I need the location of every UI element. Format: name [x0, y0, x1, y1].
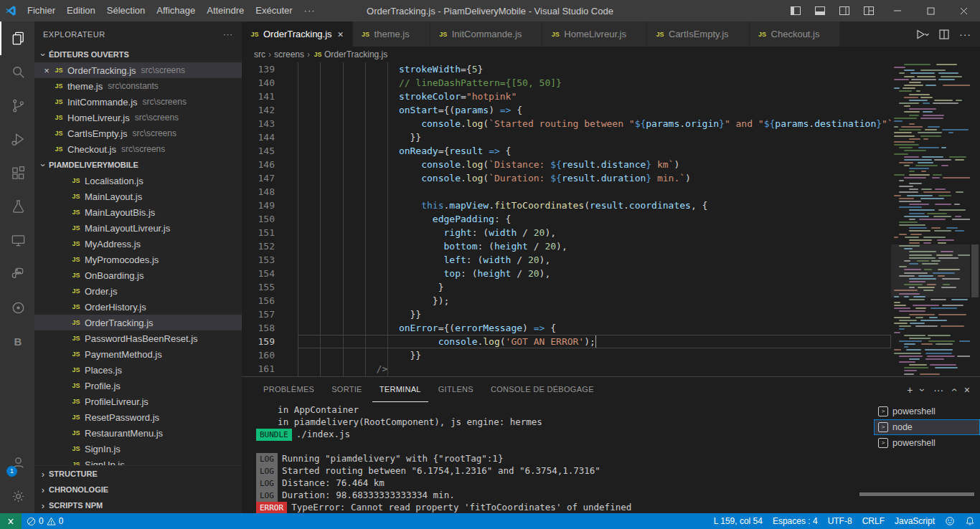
- line-number[interactable]: 158: [242, 321, 275, 335]
- file-mainlayout-js[interactable]: JSMainLayout.js: [34, 189, 242, 204]
- line-number[interactable]: 154: [242, 267, 275, 280]
- extensions-icon[interactable]: [0, 156, 34, 190]
- line-number[interactable]: 147: [242, 171, 275, 185]
- code-line[interactable]: console.log('GOT AN ERROR');: [298, 335, 891, 348]
- new-terminal-icon[interactable]: +: [907, 384, 913, 396]
- close-panel-icon[interactable]: ×: [964, 384, 970, 396]
- open-editor-homelivreur-js[interactable]: JSHomeLivreur.jssrc\screens: [34, 110, 242, 125]
- run-debug-icon[interactable]: [0, 123, 34, 156]
- code-line[interactable]: />: [298, 362, 891, 376]
- window-close-button[interactable]: [947, 0, 980, 22]
- project-folder-header[interactable]: › PIAMDELIVERYMOBILE: [34, 157, 242, 173]
- file-resetpassword-js[interactable]: JSResetPassword.js: [34, 409, 242, 425]
- menu-s-lection[interactable]: Sélection: [101, 0, 151, 22]
- line-number[interactable]: 146: [242, 158, 275, 171]
- file-mainlayoutlivreur-js[interactable]: JSMainLayoutLivreur.js: [34, 220, 242, 236]
- customize-layout-icon[interactable]: [857, 0, 881, 22]
- file-places-js[interactable]: JSPlaces.js: [34, 362, 242, 378]
- open-editor-ordertracking-js[interactable]: ×JSOrderTracking.jssrc\screens: [34, 62, 242, 78]
- file-paymentmethod-js[interactable]: JSPaymentMethod.js: [34, 346, 242, 362]
- line-number[interactable]: 140: [242, 76, 275, 90]
- section-scripts-npm[interactable]: ›SCRIPTS NPM: [34, 497, 242, 513]
- line-number[interactable]: 145: [242, 144, 275, 158]
- tab-theme-js[interactable]: JStheme.js: [353, 22, 430, 47]
- tab-homelivreur-js[interactable]: JSHomeLivreur.js: [542, 22, 647, 47]
- feedback-smiley-icon[interactable]: [940, 513, 960, 529]
- menu-overflow-button[interactable]: ···: [298, 0, 321, 22]
- tab-cartisempty-js[interactable]: JSCartIsEmpty.js: [647, 22, 750, 47]
- open-editor-checkout-js[interactable]: JSCheckout.jssrc\screens: [34, 141, 242, 157]
- problems-status-button[interactable]: 0 0: [22, 513, 68, 529]
- window-minimize-button[interactable]: [881, 0, 914, 22]
- account-icon[interactable]: 1: [0, 446, 34, 480]
- tab-checkout-js[interactable]: JSCheckout.js: [750, 22, 841, 47]
- line-number[interactable]: 139: [242, 62, 275, 76]
- menu-ex-cuter[interactable]: Exécuter: [250, 0, 298, 22]
- line-number[interactable]: 156: [242, 294, 275, 308]
- cursor-position-button[interactable]: L 159, col 54: [709, 513, 768, 529]
- line-number[interactable]: 148: [242, 185, 275, 199]
- python-icon[interactable]: [0, 257, 34, 291]
- line-number[interactable]: 144: [242, 130, 275, 144]
- toggle-panel-icon[interactable]: [808, 0, 832, 22]
- file-mypromocodes-js[interactable]: JSMyPromocodes.js: [34, 252, 242, 267]
- code-line[interactable]: }}: [298, 348, 891, 362]
- line-number[interactable]: 151: [242, 226, 275, 239]
- letter-b-extension-icon[interactable]: B: [0, 325, 34, 358]
- code-line[interactable]: console.log(`Distance: ${result.distance…: [298, 158, 891, 171]
- code-line[interactable]: [298, 185, 891, 199]
- menu-atteindre[interactable]: Atteindre: [201, 0, 250, 22]
- panel-tab-gitlens[interactable]: GITLENS: [431, 377, 481, 402]
- file-profile-js[interactable]: JSProfile.js: [34, 378, 242, 394]
- open-editor-theme-js[interactable]: JStheme.jssrc\constants: [34, 78, 242, 94]
- terminal-instance-powershell-0[interactable]: >powershell: [874, 404, 980, 419]
- file-orderhistory-js[interactable]: JSOrderHistory.js: [34, 299, 242, 315]
- section-chronologie[interactable]: ›CHRONOLOGIE: [34, 482, 242, 497]
- line-number[interactable]: 159: [242, 335, 275, 348]
- remote-explorer-icon[interactable]: [0, 224, 34, 257]
- line-number[interactable]: 152: [242, 239, 275, 253]
- code-area[interactable]: strokeWidth={5} // lineDashPattern={[50,…: [298, 62, 891, 376]
- menu-edition[interactable]: Edition: [61, 0, 101, 22]
- maximize-panel-icon[interactable]: ›: [948, 388, 959, 391]
- line-number[interactable]: 141: [242, 90, 275, 103]
- code-line[interactable]: bottom: (height / 20),: [298, 239, 891, 253]
- code-line[interactable]: }}: [298, 130, 891, 144]
- code-line[interactable]: console.log(`Duration: ${result.duration…: [298, 171, 891, 185]
- terminal-instance-node-1[interactable]: >node: [874, 419, 980, 435]
- line-number[interactable]: 160: [242, 348, 275, 362]
- explorer-icon[interactable]: [0, 22, 34, 55]
- close-tab-icon[interactable]: ×: [335, 29, 347, 40]
- open-editors-header[interactable]: › ÉDITEURS OUVERTS: [34, 47, 242, 62]
- code-line[interactable]: // lineDashPattern={[50, 50]}: [298, 76, 891, 90]
- code-line[interactable]: right: (width / 20),: [298, 226, 891, 239]
- toggle-sidebar-icon[interactable]: [783, 0, 808, 22]
- line-number[interactable]: 149: [242, 199, 275, 212]
- file-order-js[interactable]: JSOrder.js: [34, 283, 242, 299]
- terminal-output[interactable]: in AppContainer in piamdelivery(RootComp…: [242, 402, 874, 513]
- panel-tab-console-de-d-bogage[interactable]: CONSOLE DE DÉBOGAGE: [484, 377, 601, 402]
- breadcrumb-item-screens[interactable]: screens: [273, 49, 305, 59]
- code-line[interactable]: edgePadding: {: [298, 212, 891, 226]
- encoding-button[interactable]: UTF-8: [823, 513, 857, 529]
- file-passwordhasbeenreset-js[interactable]: JSPasswordHasBeenReset.js: [34, 330, 242, 346]
- terminal-instance-powershell-2[interactable]: >powershell: [874, 435, 980, 451]
- open-editor-cartisempty-js[interactable]: JSCartIsEmpty.jssrc\screens: [34, 125, 242, 141]
- file-myaddress-js[interactable]: JSMyAddress.js: [34, 236, 242, 252]
- explorer-more-actions-button[interactable]: ···: [223, 30, 233, 39]
- code-line[interactable]: onStart={(params) => {: [298, 103, 891, 117]
- tab-ordertracking-js[interactable]: JSOrderTracking.js×: [242, 22, 353, 47]
- line-number[interactable]: 150: [242, 212, 275, 226]
- file-signup-js[interactable]: JSSignUp.js: [34, 457, 242, 465]
- file-onboarding-js[interactable]: JSOnBoarding.js: [34, 267, 242, 283]
- file-profilelivreur-js[interactable]: JSProfileLivreur.js: [34, 394, 242, 409]
- panel-more-actions-icon[interactable]: ···: [933, 384, 943, 396]
- code-line[interactable]: this.mapView.fitToCoordinates(result.coo…: [298, 199, 891, 212]
- close-editor-icon[interactable]: ×: [40, 65, 53, 76]
- line-number[interactable]: 143: [242, 117, 275, 130]
- breadcrumb-item-src[interactable]: src: [253, 49, 266, 59]
- tab-initcommande-js[interactable]: JSInitCommande.js: [430, 22, 543, 47]
- editor-vertical-scrollbar[interactable]: [970, 62, 980, 376]
- open-editor-initcommande-js[interactable]: JSInitCommande.jssrc\screens: [34, 94, 242, 110]
- remote-indicator-button[interactable]: [0, 513, 22, 529]
